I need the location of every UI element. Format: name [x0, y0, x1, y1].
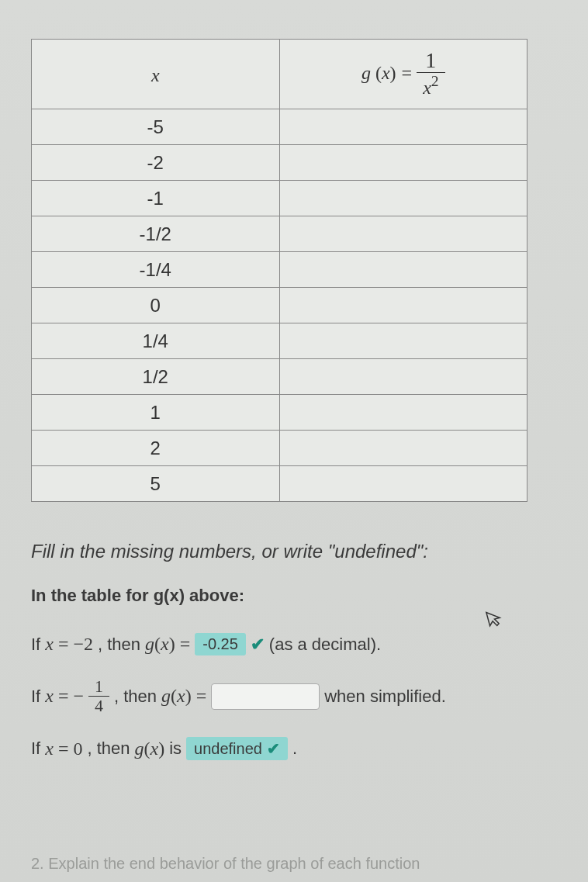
table-row: 1: [32, 395, 527, 431]
question-3: If x = 0 , then g(x) is undefined✔ .: [31, 737, 557, 760]
check-icon: ✔: [251, 635, 265, 655]
sub-heading: In the table for g(x) above:: [31, 586, 557, 606]
next-question-cutoff: 2. Explain the end behavior of the graph…: [31, 855, 557, 873]
table-row: 5: [32, 466, 527, 502]
table-row: -1: [32, 181, 527, 216]
question-2: If x = − 1 4 , then g(x) = when simplifi…: [31, 677, 557, 715]
table-row: -2: [32, 145, 527, 181]
table-row: 0: [32, 288, 527, 323]
table-row: -5: [32, 109, 527, 145]
question-1: If x = −2 , then g(x) = -0.25 ✔ (as a de…: [31, 633, 557, 655]
table-body: -5 -2 -1 -1/2 -1/4 0 1/4 1/2 1 2 5: [32, 109, 527, 502]
answer-input-2[interactable]: [211, 683, 320, 710]
check-icon: ✔: [267, 739, 280, 758]
table-row: 1/4: [32, 323, 527, 359]
table-row: 2: [32, 431, 527, 466]
answer-input-1[interactable]: -0.25: [195, 633, 246, 655]
cursor-icon: [484, 607, 505, 634]
header-gx: g (x) = 1 x2: [279, 40, 527, 109]
table-row: 1/2: [32, 359, 527, 395]
function-table: x g (x) = 1 x2 -5 -2 -1 -1/2 -1/4 0 1/4 …: [31, 39, 527, 502]
header-x: x: [32, 40, 280, 109]
table-row: -1/4: [32, 252, 527, 288]
answer-input-3[interactable]: undefined✔: [186, 737, 288, 760]
instruction-text: Fill in the missing numbers, or write "u…: [31, 541, 557, 562]
table-row: -1/2: [32, 216, 527, 252]
